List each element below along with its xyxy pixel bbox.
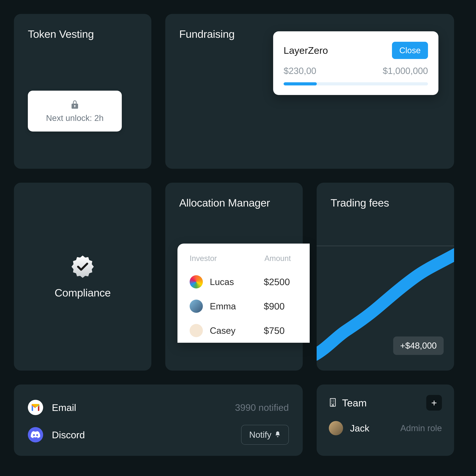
allocation-title: Allocation Manager bbox=[179, 197, 289, 209]
svg-rect-0 bbox=[330, 399, 335, 407]
investor-name: Lucas bbox=[210, 277, 264, 287]
avatar bbox=[190, 300, 203, 313]
avatar bbox=[190, 324, 203, 337]
unlock-label: Next unlock: 2h bbox=[46, 113, 104, 123]
trading-delta-badge: +$48,000 bbox=[393, 337, 444, 355]
fund-progress-bar bbox=[284, 82, 428, 85]
email-label: Email bbox=[52, 402, 235, 413]
fund-progress-fill bbox=[284, 82, 317, 85]
verified-badge-icon bbox=[70, 255, 95, 280]
plus-icon: + bbox=[431, 397, 437, 408]
unlock-card: Next unlock: 2h bbox=[28, 91, 122, 132]
investor-amount: $900 bbox=[264, 301, 285, 312]
lock-icon bbox=[70, 100, 79, 110]
alloc-header-investor: Investor bbox=[190, 254, 264, 263]
team-title: Team bbox=[342, 397, 367, 409]
table-row[interactable]: Casey $750 bbox=[190, 318, 310, 343]
investor-name: Emma bbox=[210, 301, 264, 311]
list-item[interactable]: Email 3990 notified bbox=[28, 395, 289, 420]
fundraising-popup: LayerZero Close $230,00 $1,000,000 bbox=[273, 31, 438, 95]
compliance-title: Compliance bbox=[55, 287, 111, 299]
notify-button[interactable]: Notify bbox=[241, 425, 289, 445]
discord-label: Discord bbox=[52, 429, 241, 441]
add-member-button[interactable]: + bbox=[426, 395, 442, 410]
gmail-icon bbox=[28, 400, 43, 415]
trading-fees-card: Trading fees +$48,000 bbox=[317, 183, 454, 371]
token-vesting-card: Token Vesting Next unlock: 2h bbox=[14, 14, 151, 169]
alloc-header-amount: Amount bbox=[264, 254, 291, 263]
table-row[interactable]: Emma $900 bbox=[190, 294, 310, 318]
avatar bbox=[190, 275, 203, 289]
table-row[interactable]: Lucas $2500 bbox=[190, 270, 310, 294]
fund-current-value: $230,00 bbox=[284, 66, 316, 76]
member-name: Jack bbox=[350, 423, 400, 434]
trading-title: Trading fees bbox=[331, 197, 454, 209]
investor-amount: $2500 bbox=[264, 276, 290, 287]
fundraising-card: Fundraising LayerZero Close $230,00 $1,0… bbox=[165, 14, 454, 169]
bell-icon bbox=[274, 430, 281, 440]
email-status: 3990 notified bbox=[235, 402, 289, 413]
member-role: Admin role bbox=[400, 423, 442, 433]
fund-target-value: $1,000,000 bbox=[383, 66, 428, 76]
list-item[interactable]: Discord Notify bbox=[28, 420, 289, 450]
team-card: Team + Jack Admin role bbox=[317, 385, 454, 456]
notify-button-label: Notify bbox=[249, 430, 272, 440]
close-button[interactable]: Close bbox=[392, 42, 428, 59]
notifications-card: Email 3990 notified Discord Notify bbox=[14, 385, 303, 456]
vesting-title: Token Vesting bbox=[28, 28, 137, 40]
allocation-card: Allocation Manager Investor Amount Lucas… bbox=[165, 183, 303, 371]
chart-gridline bbox=[317, 246, 454, 246]
building-icon bbox=[329, 398, 337, 408]
fund-project-name: LayerZero bbox=[284, 45, 328, 56]
allocation-table: Investor Amount Lucas $2500 Emma $900 Ca… bbox=[177, 244, 310, 343]
investor-name: Casey bbox=[210, 325, 264, 336]
svg-rect-7 bbox=[332, 405, 333, 406]
investor-amount: $750 bbox=[264, 325, 285, 336]
compliance-card: Compliance bbox=[14, 183, 151, 371]
discord-icon bbox=[28, 427, 43, 442]
avatar bbox=[329, 421, 343, 435]
list-item[interactable]: Jack Admin role bbox=[329, 421, 442, 435]
